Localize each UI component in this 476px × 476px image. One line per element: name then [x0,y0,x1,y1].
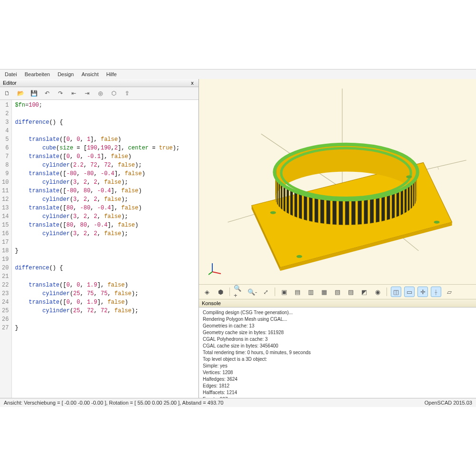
statusbar: Ansicht: Verschiebung = [ -0.00 -0.00 -0… [0,398,476,407]
svg-marker-21 [405,186,407,213]
new-file-icon[interactable]: 🗋 [3,89,11,98]
svg-marker-38 [309,195,313,222]
svg-line-60 [212,272,221,274]
svg-marker-28 [370,197,374,223]
svg-marker-31 [351,198,356,225]
console-line: Edges: 1812 [203,383,472,389]
render-icon[interactable]: ⬡ [109,89,118,98]
console-line: Rendering Polygon Mesh using CGAL... [203,316,472,323]
console-line: CGAL cache size in bytes: 3456400 [203,343,472,349]
view-top-icon[interactable]: ▤ [292,287,303,297]
editor-toolbar: 🗋📂💾↶↷⇤⇥◎⬡⇪ [0,87,198,100]
line-gutter: 1234567891011121314151617181920212223242… [0,100,12,398]
editor-close-button[interactable]: x [189,80,196,86]
zoom-in-icon[interactable]: 🔍+ [234,287,244,297]
viewport-toolbar: ◈⬢🔍+🔍-⤢▣▤▥▦▧▨◩◉◫▭✛⟊▱ [199,284,476,299]
scale-icon[interactable]: ⟊ [431,287,441,297]
code-area[interactable]: $fn=100; difference() { translate([0, 0,… [12,100,182,398]
unindent-icon[interactable]: ⇤ [69,89,78,98]
svg-marker-37 [315,196,318,223]
zoom-fit-icon[interactable]: ⤢ [260,287,271,297]
svg-marker-24 [392,191,395,218]
axis-indicator-icon [208,261,223,276]
indent-icon[interactable]: ⇥ [83,89,91,98]
status-left: Ansicht: Verschiebung = [ -0.00 -0.00 -0… [4,400,223,406]
ortho-icon[interactable]: ▭ [404,287,415,297]
console-line: Top level object is a 3D object: [203,356,472,363]
view-front-icon[interactable]: ▧ [332,287,343,297]
console-line: Geometry cache size in bytes: 161928 [203,329,472,336]
editor-panel: Editor x 🗋📂💾↶↷⇤⇥◎⬡⇪ 12345678910111213141… [0,79,199,398]
save-file-icon[interactable]: 💾 [30,89,38,98]
svg-marker-40 [299,192,302,219]
console-line: Halfedges: 3624 [203,376,472,383]
svg-marker-42 [290,188,293,216]
render-cube-icon[interactable]: ⬢ [215,287,226,297]
editor-panel-title: Editor x [0,79,198,87]
console-line: Compiling design (CSG Tree generation)..… [203,309,472,316]
preview-icon[interactable]: ◎ [96,89,105,98]
svg-marker-26 [381,194,385,221]
svg-marker-41 [294,190,297,218]
view-back-icon[interactable]: ▨ [346,287,356,297]
editor-title-label: Editor [3,80,17,86]
menu-item-bearbeiten[interactable]: Bearbeiten [25,71,50,77]
wireframe-icon[interactable]: ▱ [444,287,455,297]
svg-marker-30 [357,198,362,225]
svg-marker-34 [332,198,337,225]
svg-point-56 [406,175,412,178]
console-output[interactable]: Compiling design (CSG Tree generation)..… [199,307,476,398]
status-right: OpenSCAD 2015.03 [425,400,472,406]
svg-marker-25 [387,193,390,220]
app-window: DateiBearbeitenDesignAnsichtHilfe Editor… [0,69,476,407]
console-line: Vertices: 1208 [203,369,472,376]
svg-marker-35 [326,198,330,224]
menu-item-design[interactable]: Design [58,71,74,77]
render-canvas[interactable] [199,79,476,284]
console-line: Halffacets: 1214 [203,389,472,396]
view-center-icon[interactable]: ◉ [372,287,383,297]
perspective-icon[interactable]: ◫ [391,287,401,297]
menubar: DateiBearbeitenDesignAnsichtHilfe [0,69,476,79]
svg-line-8 [437,167,438,169]
svg-marker-27 [376,196,379,223]
view-bottom-icon[interactable]: ▥ [306,287,316,297]
toolbar-separator [275,288,275,296]
zoom-out-icon[interactable]: 🔍- [247,287,258,297]
console-line: CGAL Polyhedrons in cache: 3 [203,336,472,343]
content-area: Editor x 🗋📂💾↶↷⇤⇥◎⬡⇪ 12345678910111213141… [0,79,476,398]
svg-marker-23 [397,189,399,217]
console-line: Simple: yes [203,363,472,369]
right-panel: ◈⬢🔍+🔍-⤢▣▤▥▦▧▨◩◉◫▭✛⟊▱ Konsole Compiling d… [199,79,476,398]
undo-icon[interactable]: ↶ [43,89,51,98]
console-panel-title: Konsole [199,299,476,307]
console-line: Total rendering time: 0 hours, 0 minutes… [203,349,472,356]
svg-point-57 [434,221,439,224]
svg-marker-29 [364,198,368,224]
menu-item-ansicht[interactable]: Ansicht [81,71,99,77]
view-right-icon[interactable]: ▣ [279,287,289,297]
redo-icon[interactable]: ↷ [56,89,65,98]
view-left-icon[interactable]: ▦ [319,287,329,297]
svg-marker-33 [339,198,343,225]
console-line: Geometries in cache: 13 [203,323,472,329]
preview-cube-icon[interactable]: ◈ [202,287,212,297]
menu-item-datei[interactable]: Datei [5,71,17,77]
3d-viewport[interactable] [199,79,476,284]
code-editor[interactable]: 1234567891011121314151617181920212223242… [0,100,198,398]
axes-icon[interactable]: ✛ [417,287,428,297]
export-icon[interactable]: ⇪ [123,89,131,98]
svg-marker-36 [320,197,324,224]
svg-point-58 [297,255,302,258]
view-diag-icon[interactable]: ◩ [359,287,369,297]
console-title-label: Konsole [202,300,221,306]
svg-marker-32 [345,199,349,225]
svg-marker-39 [304,193,307,220]
svg-marker-22 [401,188,403,215]
open-file-icon[interactable]: 📂 [16,89,25,98]
svg-line-61 [208,272,212,275]
svg-point-55 [270,211,276,214]
toolbar-separator [387,288,387,296]
menu-item-hilfe[interactable]: Hilfe [106,71,117,77]
svg-marker-43 [287,187,289,214]
